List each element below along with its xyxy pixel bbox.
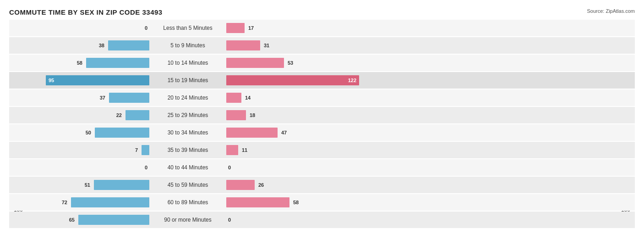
table-row: 735 to 39 Minutes11 <box>9 142 635 158</box>
table-row: 7260 to 89 Minutes58 <box>9 194 635 211</box>
female-value: 18 <box>250 112 255 118</box>
row-label: 25 to 29 Minutes <box>151 112 224 118</box>
male-value: 37 <box>100 95 105 100</box>
left-bar-area: 72 <box>9 197 151 207</box>
row-label: 60 to 89 Minutes <box>151 199 224 206</box>
bar-male <box>126 110 149 120</box>
female-value: 122 <box>348 78 356 83</box>
row-label: 20 to 24 Minutes <box>151 95 224 101</box>
table-row: 2225 to 29 Minutes18 <box>9 107 635 123</box>
bar-female <box>226 58 284 68</box>
chart-container: COMMUTE TIME BY SEX IN ZIP CODE 33493 So… <box>0 0 644 240</box>
right-bar-area: 47 <box>224 128 366 138</box>
female-value: 0 <box>228 165 231 170</box>
bar-male <box>109 93 149 103</box>
table-row: 5030 to 34 Minutes47 <box>9 124 635 141</box>
left-bar-area: 38 <box>9 40 151 50</box>
table-row: 0Less than 5 Minutes17 <box>9 20 635 36</box>
chart-area: 0Less than 5 Minutes17385 to 9 Minutes31… <box>9 20 635 206</box>
row-label: 15 to 19 Minutes <box>151 77 224 84</box>
bar-male <box>86 58 149 68</box>
row-label: 35 to 39 Minutes <box>151 147 224 153</box>
right-bar-area: 17 <box>224 23 366 33</box>
right-bar-area: 122 <box>224 75 366 85</box>
table-row: 9515 to 19 Minutes122 <box>9 72 635 89</box>
bar-female <box>226 145 238 155</box>
male-value: 0 <box>145 25 147 31</box>
left-bar-area: 65 <box>9 215 151 225</box>
left-bar-area: 50 <box>9 128 151 138</box>
bar-male <box>142 145 149 155</box>
left-bar-area: 22 <box>9 110 151 120</box>
female-value: 14 <box>245 95 251 100</box>
right-bar-area: 14 <box>224 93 366 103</box>
bar-female <box>226 197 289 207</box>
female-value: 31 <box>264 43 269 48</box>
male-value: 50 <box>86 130 91 135</box>
right-bar-area: 11 <box>224 145 366 155</box>
row-label: 5 to 9 Minutes <box>151 42 224 49</box>
row-label: 30 to 34 Minutes <box>151 129 224 136</box>
row-label: Less than 5 Minutes <box>151 25 224 31</box>
source-text: Source: ZipAtlas.com <box>587 8 635 14</box>
table-row: 5810 to 14 Minutes53 <box>9 55 635 71</box>
table-row: 385 to 9 Minutes31 <box>9 37 635 54</box>
bar-female <box>226 23 245 33</box>
male-value: 58 <box>77 60 82 66</box>
right-bar-area: 31 <box>224 40 366 50</box>
female-value: 26 <box>258 182 264 188</box>
female-value: 0 <box>228 217 231 223</box>
bar-female <box>226 93 241 103</box>
right-bar-area: 53 <box>224 58 366 68</box>
row-label: 40 to 44 Minutes <box>151 164 224 171</box>
female-value: 17 <box>248 25 254 31</box>
left-bar-area: 58 <box>9 58 151 68</box>
left-bar-area: 51 <box>9 180 151 190</box>
male-value: 0 <box>145 165 147 170</box>
bar-male <box>108 40 149 50</box>
bar-male <box>71 197 149 207</box>
row-label: 90 or more Minutes <box>151 217 224 223</box>
table-row: 040 to 44 Minutes0 <box>9 159 635 176</box>
female-value: 53 <box>288 60 293 66</box>
bar-male <box>95 128 149 138</box>
male-value: 51 <box>85 182 90 188</box>
male-value: 72 <box>62 200 67 205</box>
right-bar-area: 18 <box>224 110 366 120</box>
male-value: 95 <box>49 78 54 83</box>
chart-title: COMMUTE TIME BY SEX IN ZIP CODE 33493 <box>9 8 635 16</box>
table-row: 3720 to 24 Minutes14 <box>9 89 635 106</box>
row-label: 45 to 59 Minutes <box>151 182 224 188</box>
female-value: 11 <box>242 147 247 153</box>
bar-female <box>226 180 255 190</box>
bar-female <box>226 128 278 138</box>
table-row: 5145 to 59 Minutes26 <box>9 177 635 193</box>
bar-male <box>78 215 149 225</box>
male-value: 38 <box>99 43 104 48</box>
right-bar-area: 58 <box>224 197 366 207</box>
left-bar-area: 7 <box>9 145 151 155</box>
bar-female <box>226 110 246 120</box>
female-value: 47 <box>281 130 287 135</box>
left-bar-area: 95 <box>9 75 151 85</box>
male-value: 22 <box>116 112 122 118</box>
row-label: 10 to 14 Minutes <box>151 60 224 66</box>
female-value: 58 <box>293 200 299 205</box>
bar-female <box>226 40 260 50</box>
bar-male <box>94 180 149 190</box>
male-value: 7 <box>135 147 138 153</box>
left-bar-area: 37 <box>9 93 151 103</box>
right-bar-area: 26 <box>224 180 366 190</box>
bar-female: 122 <box>226 75 359 85</box>
table-row: 6590 or more Minutes0 <box>9 212 635 228</box>
male-value: 65 <box>69 217 75 223</box>
bar-male: 95 <box>46 75 149 85</box>
